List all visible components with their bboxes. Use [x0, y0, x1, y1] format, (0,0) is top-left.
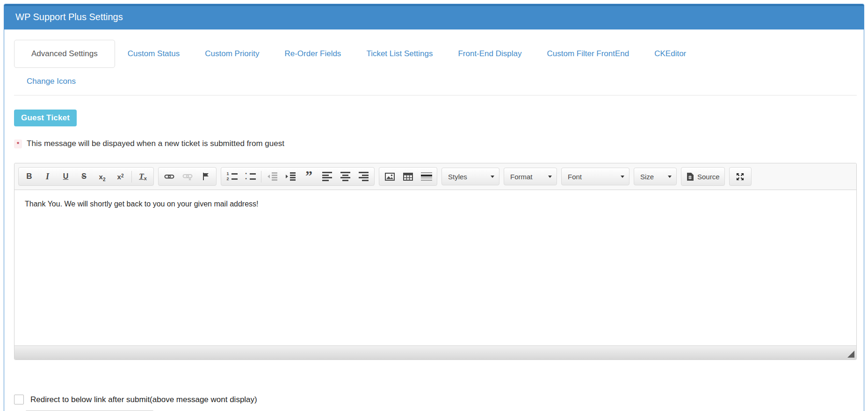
anchor-flag-icon: [202, 172, 210, 181]
underline-icon: U: [63, 172, 69, 181]
underline-button[interactable]: U: [57, 169, 75, 184]
tab-advanced-settings[interactable]: Advanced Settings: [14, 40, 115, 68]
blockquote-button[interactable]: ”: [300, 169, 318, 184]
numbered-list-icon: 1 2: [226, 172, 238, 181]
resize-handle-icon[interactable]: [847, 351, 854, 358]
size-dropdown-label: Size: [640, 173, 663, 181]
styles-dropdown-label: Styles: [448, 173, 486, 181]
unlink-icon: [182, 172, 193, 181]
align-center-button[interactable]: [336, 169, 354, 184]
font-dropdown-label: Font: [568, 173, 616, 181]
maximize-button[interactable]: [729, 167, 752, 186]
tab-custom-priority[interactable]: Custom Priority: [192, 40, 272, 68]
panel-body: Advanced Settings Custom Status Custom P…: [4, 29, 864, 411]
image-icon: [385, 173, 395, 181]
editor-content[interactable]: Thank You. We will shortly get back to y…: [14, 190, 856, 345]
tab-label: Change Icons: [27, 77, 76, 86]
guest-ticket-badge: Guest Ticket: [14, 110, 77, 126]
tab-reorder-fields[interactable]: Re-Order Fields: [272, 40, 354, 68]
toolbar-separator: [131, 171, 132, 183]
links-group: [158, 167, 217, 186]
tab-label: Ticket List Settings: [366, 49, 433, 58]
numbered-list-button[interactable]: 1 2: [223, 169, 241, 184]
editor-bottom-bar: [14, 345, 856, 360]
remove-format-button[interactable]: Tx: [134, 169, 152, 184]
align-center-icon: [340, 172, 350, 181]
format-dropdown[interactable]: Format: [504, 168, 557, 185]
redirect-checkbox[interactable]: [14, 395, 24, 404]
source-button[interactable]: Source: [681, 167, 725, 186]
align-left-button[interactable]: [318, 169, 336, 184]
align-right-button[interactable]: [354, 169, 373, 184]
image-button[interactable]: [381, 169, 399, 184]
editor-text: Thank You. We will shortly get back to y…: [25, 200, 846, 208]
table-button[interactable]: [399, 169, 417, 184]
link-icon: [164, 172, 174, 181]
chevron-down-icon: [668, 176, 672, 178]
superscript-button[interactable]: x2: [111, 169, 130, 184]
tab-ticket-list-settings[interactable]: Ticket List Settings: [354, 40, 445, 68]
tab-label: Re-Order Fields: [284, 49, 341, 58]
source-icon: [686, 172, 694, 181]
bold-button[interactable]: B: [20, 169, 38, 184]
ckeditor: B I U S x2 x2 Tx: [14, 163, 857, 360]
link-button[interactable]: [160, 169, 178, 184]
strikethrough-button[interactable]: S: [75, 169, 93, 184]
styles-dropdown[interactable]: Styles: [441, 168, 499, 185]
tab-custom-status[interactable]: Custom Status: [115, 40, 193, 68]
subscript-icon: x2: [99, 173, 106, 181]
tab-label: CKEditor: [654, 49, 686, 58]
paragraph-group: 1 2 • •: [221, 167, 375, 186]
size-dropdown[interactable]: Size: [634, 168, 677, 185]
tab-label: Custom Priority: [205, 49, 259, 58]
tab-label: Advanced Settings: [31, 49, 98, 58]
decrease-indent-icon: [268, 172, 277, 181]
settings-panel: WP Support Plus Settings Advanced Settin…: [4, 4, 864, 411]
tab-front-end-display[interactable]: Front-End Display: [445, 40, 534, 68]
tab-change-icons[interactable]: Change Icons: [14, 67, 88, 95]
tab-ckeditor[interactable]: CKEditor: [642, 40, 699, 68]
basic-styles-group: B I U S x2 x2 Tx: [18, 167, 154, 186]
blockquote-icon: ”: [305, 172, 312, 181]
italic-icon: I: [46, 172, 49, 182]
maximize-icon: [736, 172, 745, 181]
superscript-icon: x2: [117, 173, 124, 181]
tab-label: Custom Filter FrontEnd: [547, 49, 629, 58]
strikethrough-icon: S: [81, 172, 87, 181]
tab-custom-filter-frontend[interactable]: Custom Filter FrontEnd: [534, 40, 642, 68]
source-button-label: Source: [697, 173, 720, 181]
page-title: WP Support Plus Settings: [15, 12, 123, 22]
panel-heading: WP Support Plus Settings: [4, 4, 864, 29]
chevron-down-icon: [548, 176, 552, 178]
align-left-icon: [322, 172, 332, 181]
redirect-option-row: Redirect to below link after submit(abov…: [14, 395, 857, 404]
bulleted-list-icon: • •: [244, 172, 256, 181]
font-dropdown[interactable]: Font: [561, 168, 629, 185]
table-icon: [403, 173, 413, 181]
toolbar-separator: [261, 171, 261, 183]
increase-indent-button[interactable]: [282, 169, 300, 184]
bold-icon: B: [26, 172, 32, 181]
subscript-button[interactable]: x2: [93, 169, 111, 184]
ckeditor-toolbar: B I U S x2 x2 Tx: [14, 163, 856, 190]
tab-label: Front-End Display: [458, 49, 521, 58]
guest-message-description: This message will be dispayed when a new…: [27, 139, 284, 148]
redirect-label: Redirect to below link after submit(abov…: [30, 395, 257, 404]
unlink-button[interactable]: [178, 169, 196, 184]
italic-button[interactable]: I: [38, 169, 57, 184]
settings-tabs: Advanced Settings Custom Status Custom P…: [14, 40, 857, 95]
tab-label: Custom Status: [128, 49, 180, 58]
required-asterisk: *: [14, 139, 22, 148]
horizontal-rule-icon: [421, 172, 432, 181]
insert-group: [379, 167, 437, 186]
horizontal-rule-button[interactable]: [417, 169, 435, 184]
remove-format-icon: Tx: [139, 172, 147, 181]
decrease-indent-button[interactable]: [263, 169, 282, 184]
chevron-down-icon: [621, 176, 624, 178]
format-dropdown-label: Format: [510, 173, 543, 181]
anchor-button[interactable]: [196, 169, 215, 184]
chevron-down-icon: [491, 176, 494, 178]
bulleted-list-button[interactable]: • •: [241, 169, 259, 184]
guest-message-row: * This message will be dispayed when a n…: [14, 139, 857, 148]
increase-indent-icon: [286, 172, 296, 181]
